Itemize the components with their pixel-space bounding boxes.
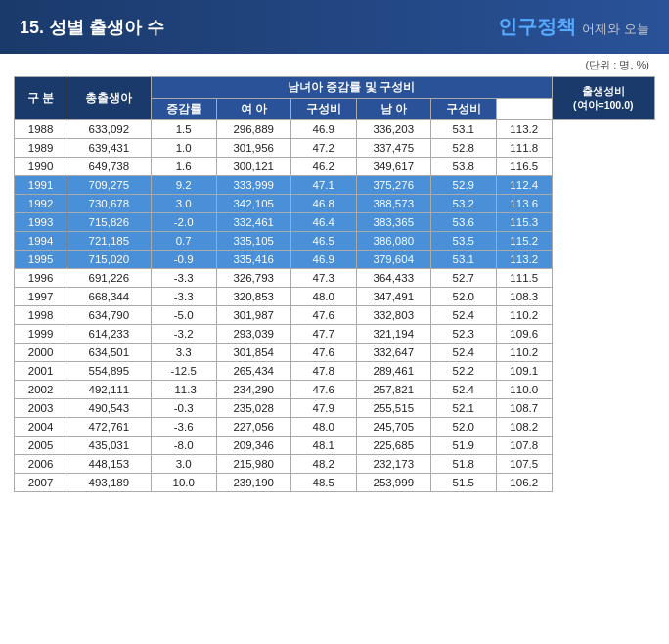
col-girl: 여 아 <box>216 99 290 120</box>
unit-label: (단위 : 명, %) <box>0 54 669 76</box>
col-gubun: 구 분 <box>15 77 67 120</box>
table-row: 2004472,761-3.6227,05648.0245,70552.0108… <box>15 418 655 437</box>
table-row: 1999614,233-3.2293,03947.7321,19452.3109… <box>15 325 655 344</box>
table-row: 1988633,0921.5296,88946.9336,20353.1113.… <box>15 120 655 139</box>
col-total: 총출생아 <box>67 77 151 120</box>
table-row: 1993715,826-2.0332,46146.4383,36553.6115… <box>15 213 655 232</box>
main-table: 구 분 총출생아 남녀아 증감률 및 구성비 출생성비 (여아=100.0) 증… <box>14 76 655 492</box>
table-row: 1997668,344-3.3320,85348.0347,49152.0108… <box>15 288 655 306</box>
col-girl-ratio: 구성비 <box>290 99 356 120</box>
table-row: 2006448,1533.0215,98048.2232,17351.8107.… <box>15 455 655 474</box>
table-row: 1996691,226-3.3326,79347.3364,43352.7111… <box>15 269 655 288</box>
table-row: 1998634,790-5.0301,98747.6332,80352.4110… <box>15 306 655 325</box>
table-row: 1992730,6783.0342,10546.8388,57353.2113.… <box>15 195 655 213</box>
col-boy: 남 아 <box>356 99 430 120</box>
page-title: 15. 성별 출생아 수 <box>20 16 164 39</box>
table-row: 1991709,2759.2333,99947.1375,27652.9112.… <box>15 176 655 195</box>
brand-name: 인구정책 <box>498 14 576 40</box>
table-row: 1990649,7381.6300,12146.2349,61753.8116.… <box>15 158 655 176</box>
table-row: 1989639,4311.0301,95647.2337,47552.8111.… <box>15 139 655 158</box>
header: 15. 성별 출생아 수 인구정책 어제와 오늘 <box>0 0 669 54</box>
col-rate: 증감률 <box>151 99 216 120</box>
table-row: 2003490,543-0.3235,02847.9255,51552.1108… <box>15 399 655 418</box>
table-row: 2007493,18910.0239,19048.5253,99951.5106… <box>15 474 655 492</box>
col-boy-ratio: 구성비 <box>430 99 496 120</box>
table-row: 1994721,1850.7335,10546.5386,08053.5115.… <box>15 232 655 251</box>
col-group: 남녀아 증감률 및 구성비 <box>151 77 552 99</box>
table-row: 2001554,895-12.5265,43447.8289,46152.210… <box>15 362 655 381</box>
brand-subtitle: 어제와 오늘 <box>582 21 649 38</box>
col-ratio: 출생성비 (여아=100.0) <box>552 77 654 120</box>
header-right: 인구정책 어제와 오늘 <box>498 14 649 40</box>
table-container: 구 분 총출생아 남녀아 증감률 및 구성비 출생성비 (여아=100.0) 증… <box>0 76 669 502</box>
table-row: 2002492,111-11.3234,29047.6257,82152.411… <box>15 381 655 399</box>
table-row: 1995715,020-0.9335,41646.9379,60453.1113… <box>15 251 655 269</box>
table-row: 2000634,5013.3301,85447.6332,64752.4110.… <box>15 344 655 362</box>
table-row: 2005435,031-8.0209,34648.1225,68551.9107… <box>15 437 655 455</box>
